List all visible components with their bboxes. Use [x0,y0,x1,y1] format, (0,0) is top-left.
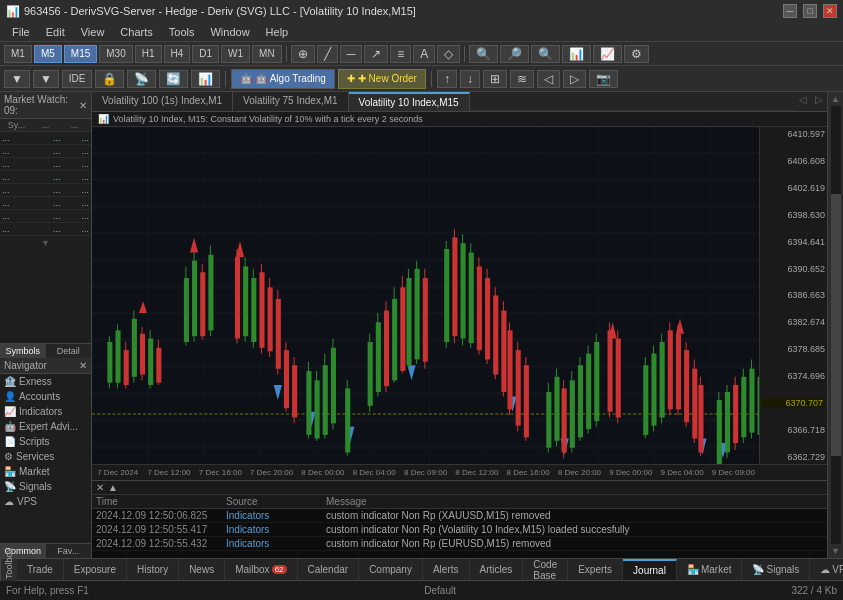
menu-edit[interactable]: Edit [38,24,73,40]
nav-experts[interactable]: 🤖Expert Advi... [0,419,91,434]
nav-market[interactable]: 🏪Market [0,464,91,479]
algo-trading-button[interactable]: 🤖 🤖 Algo Trading [231,69,334,89]
tab-vps[interactable]: ☁VPS [810,559,843,580]
camera-btn[interactable]: 📷 [589,70,618,88]
tf-m30[interactable]: M30 [99,45,132,63]
nav-exness[interactable]: 🏦Exness [0,374,91,389]
tab-signals[interactable]: 📡Signals [742,559,810,580]
tf-mn[interactable]: MN [252,45,282,63]
maximize-button[interactable]: □ [803,4,817,18]
tf-d1[interactable]: D1 [192,45,219,63]
nav-tab-favo[interactable]: Fav... [46,544,92,558]
close-button[interactable]: ✕ [823,4,837,18]
channel-btn[interactable]: ≡ [390,45,411,63]
chart-btn[interactable]: 📊 [562,45,591,63]
tab-articles[interactable]: Articles [470,559,524,580]
mw-row-7[interactable]: ......... [0,210,91,223]
ide-btn[interactable]: IDE [62,70,93,88]
new-order-button[interactable]: ✚ ✚ New Order [338,69,426,89]
zoom-out-btn[interactable]: 🔍 [531,45,560,63]
back-btn[interactable]: ◁ [537,70,560,88]
zoom-in-btn[interactable]: 🔎 [500,45,529,63]
mw-row-2[interactable]: ......... [0,145,91,158]
robot-btn[interactable]: 📡 [127,70,156,88]
log-scroll-up[interactable]: ▲ [108,482,118,493]
menu-window[interactable]: Window [202,24,257,40]
chart-scroll-left[interactable]: ◁ [795,92,811,111]
nav-scripts[interactable]: 📄Scripts [0,434,91,449]
tab-journal[interactable]: Journal [623,559,677,580]
tab-news[interactable]: News [179,559,225,580]
shape-btn[interactable]: ◇ [437,45,460,63]
menu-help[interactable]: Help [258,24,297,40]
chart-canvas[interactable]: 6370 6410.597 6406.608 6402.619 6398.630… [92,127,827,464]
menu-view[interactable]: View [73,24,113,40]
tab-calendar[interactable]: Calendar [298,559,360,580]
tf-h1[interactable]: H1 [135,45,162,63]
navigator-close[interactable]: ✕ [79,360,87,371]
nav-signals[interactable]: 📡Signals [0,479,91,494]
fwd-btn[interactable]: ▷ [563,70,586,88]
buy-btn[interactable]: ↑ [437,70,457,88]
nav-accounts[interactable]: 👤Accounts [0,389,91,404]
chart-tab-vol10[interactable]: Volatility 10 Index,M15 [349,92,470,111]
mw-row-1[interactable]: ......... [0,132,91,145]
sell-btn[interactable]: ↓ [460,70,480,88]
log-close-btn[interactable]: ✕ [96,482,104,493]
tf-m5[interactable]: M5 [34,45,62,63]
tab-company[interactable]: Company [359,559,423,580]
tab-symbols[interactable]: Symbols [0,343,46,358]
crosshair-btn[interactable]: ⊕ [291,45,315,63]
chart-tab-vol75[interactable]: Volatility 75 Index,M1 [233,92,349,111]
tab-history[interactable]: History [127,559,179,580]
chart-tab-vol100[interactable]: Volatility 100 (1s) Index,M1 [92,92,233,111]
mw-row-3[interactable]: ......... [0,158,91,171]
mw-row-4[interactable]: ......... [0,171,91,184]
lock-btn[interactable]: 🔒 [95,70,124,88]
tab-alerts[interactable]: Alerts [423,559,470,580]
market-watch-close[interactable]: ✕ [79,100,87,111]
tab-detail[interactable]: Detail [46,343,92,358]
log-row-2[interactable]: 2024.12.09 12:50:55.417 Indicators custo… [92,523,827,537]
hline-btn[interactable]: ─ [340,45,363,63]
refresh-btn[interactable]: 🔄 [159,70,188,88]
arrow-btn[interactable]: ↗ [364,45,388,63]
profile-btn[interactable]: ▼ [4,70,30,88]
settings-btn[interactable]: ⚙ [624,45,649,63]
tf-m1[interactable]: M1 [4,45,32,63]
tf-select[interactable]: ▼ [33,70,59,88]
mw-row-8[interactable]: ......... [0,223,91,236]
search-btn[interactable]: 🔍 [469,45,498,63]
grid-btn[interactable]: ⊞ [483,70,507,88]
tf-m15[interactable]: M15 [64,45,97,63]
nav-vps[interactable]: ☁VPS [0,494,91,509]
vertical-scrollbar[interactable] [831,106,841,544]
menu-file[interactable]: File [4,24,38,40]
scroll-up-btn[interactable]: ▲ [829,92,842,106]
minimize-button[interactable]: ─ [783,4,797,18]
menu-charts[interactable]: Charts [112,24,160,40]
tab-mailbox[interactable]: Mailbox62 [225,559,297,580]
log-row-3[interactable]: 2024.12.09 12:50:55.432 Indicators custo… [92,537,827,551]
nav-indicators[interactable]: 📈Indicators [0,404,91,419]
scroll-thumb[interactable] [831,194,841,457]
chart-scroll-right[interactable]: ▷ [811,92,827,111]
tab-market[interactable]: 🏪Market [677,559,743,580]
mw-row-6[interactable]: ......... [0,197,91,210]
indicator-btn[interactable]: 📈 [593,45,622,63]
menu-tools[interactable]: Tools [161,24,203,40]
log-row-1[interactable]: 2024.12.09 12:50:06.825 Indicators custo… [92,509,827,523]
tab-codebase[interactable]: Code Base [523,559,568,580]
scroll-down-btn[interactable]: ▼ [829,544,842,558]
tab-experts[interactable]: Experts [568,559,623,580]
tf-w1[interactable]: W1 [221,45,250,63]
tab-trade[interactable]: Trade [17,559,64,580]
line-btn[interactable]: ╱ [317,45,338,63]
tf-h4[interactable]: H4 [164,45,191,63]
vol-btn[interactable]: ≋ [510,70,534,88]
mw-row-5[interactable]: ......... [0,184,91,197]
tab-exposure[interactable]: Exposure [64,559,127,580]
nav-services[interactable]: ⚙Services [0,449,91,464]
chart2-btn[interactable]: 📊 [191,70,220,88]
text-btn[interactable]: A [413,45,435,63]
